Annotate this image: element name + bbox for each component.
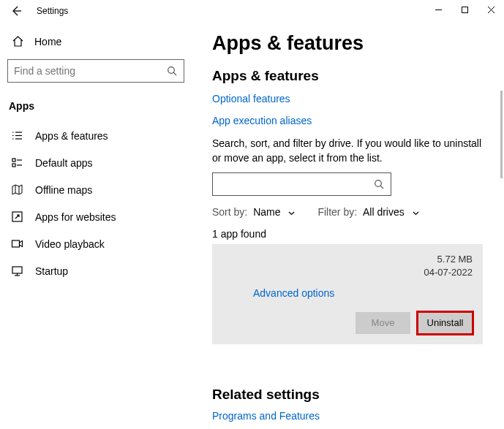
page-title: Apps & features (212, 32, 488, 55)
nav-label: Video playback (35, 238, 105, 250)
search-icon (374, 179, 385, 190)
back-icon[interactable] (10, 5, 22, 17)
minimize-button[interactable] (425, 0, 451, 19)
video-icon (10, 238, 23, 250)
svg-rect-19 (12, 267, 22, 273)
section-heading: Apps & features (212, 68, 488, 84)
nav-default-apps[interactable]: Default apps (7, 149, 184, 176)
uninstall-button[interactable]: Uninstall (418, 312, 473, 334)
startup-icon (10, 265, 23, 277)
titlebar: Settings (0, 0, 504, 22)
svg-rect-2 (462, 7, 467, 12)
svg-line-23 (380, 186, 383, 189)
list-icon (10, 129, 23, 142)
svg-rect-18 (12, 240, 19, 247)
svg-point-5 (168, 67, 175, 73)
maximize-button[interactable] (451, 0, 478, 19)
filter-value: All drives (363, 206, 405, 218)
open-icon (10, 210, 23, 223)
sort-value: Name (253, 206, 280, 218)
description-text: Search, sort, and filter by drive. If yo… (212, 137, 483, 165)
chevron-down-icon (412, 209, 420, 217)
sidebar: Home Apps Apps & features Default apps (0, 22, 192, 429)
search-input[interactable] (14, 65, 167, 77)
content-pane: Apps & features Apps & features Optional… (192, 22, 504, 429)
svg-rect-15 (12, 164, 15, 167)
sort-label: Sort by: (212, 206, 247, 218)
home-icon (12, 35, 24, 48)
link-optional-features[interactable]: Optional features (212, 93, 488, 105)
app-search-box[interactable] (212, 172, 391, 196)
filter-label: Filter by: (317, 206, 357, 218)
nav-startup[interactable]: Startup (7, 257, 184, 284)
nav-label: Offline maps (35, 184, 92, 196)
search-input-wrap[interactable] (7, 59, 184, 83)
app-card[interactable]: 5.72 MB 04-07-2022 Advanced options Move… (212, 244, 483, 343)
link-execution-aliases[interactable]: App execution aliases (212, 115, 488, 126)
app-size: 5.72 MB (424, 253, 473, 266)
section-title: Apps (7, 97, 184, 122)
nav-apps-websites[interactable]: Apps for websites (7, 203, 184, 230)
filter-by-dropdown[interactable]: Filter by: All drives (317, 206, 419, 218)
home-nav[interactable]: Home (7, 31, 184, 52)
app-count: 1 app found (212, 228, 488, 240)
advanced-options-link[interactable]: Advanced options (253, 287, 473, 299)
home-label: Home (34, 36, 61, 48)
defaults-icon (10, 156, 23, 169)
related-heading: Related settings (212, 387, 488, 403)
svg-rect-13 (12, 159, 15, 162)
close-button[interactable] (478, 0, 504, 19)
svg-line-6 (173, 72, 176, 75)
nav-label: Apps for websites (35, 211, 116, 223)
link-programs-features[interactable]: Programs and Features (212, 410, 488, 422)
app-date: 04-07-2022 (424, 266, 473, 279)
svg-point-22 (375, 180, 382, 186)
move-button[interactable]: Move (356, 312, 410, 334)
nav-label: Startup (35, 265, 68, 277)
nav-apps-features[interactable]: Apps & features (7, 122, 184, 149)
nav-offline-maps[interactable]: Offline maps (7, 176, 184, 203)
nav-label: Apps & features (35, 130, 108, 142)
scrollbar[interactable] (500, 91, 503, 178)
search-icon (167, 66, 178, 77)
window-title: Settings (37, 6, 68, 16)
sort-by-dropdown[interactable]: Sort by: Name (212, 206, 296, 218)
nav-video-playback[interactable]: Video playback (7, 230, 184, 257)
nav-label: Default apps (35, 157, 93, 169)
map-icon (10, 183, 23, 196)
chevron-down-icon (287, 209, 296, 217)
